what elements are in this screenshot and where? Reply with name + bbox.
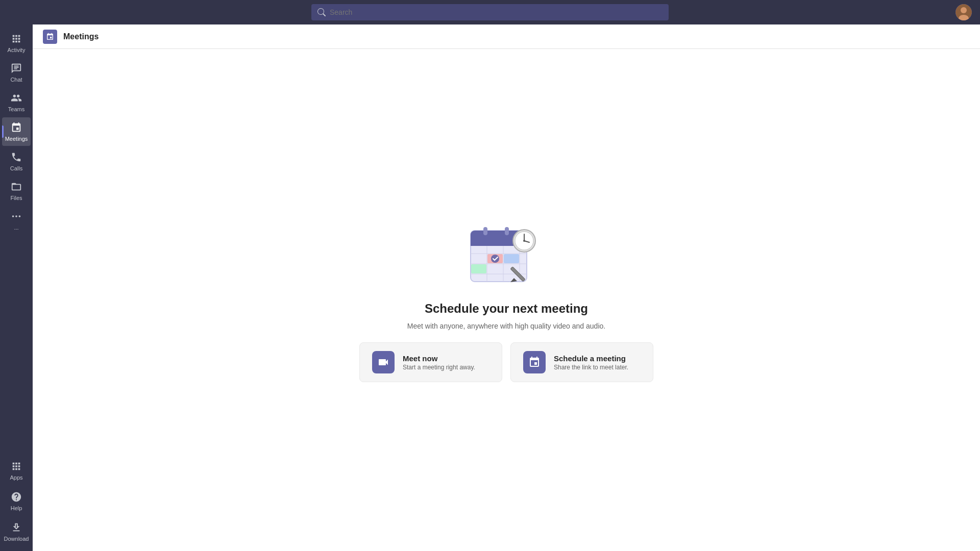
search-box[interactable] — [311, 4, 669, 20]
download-label: Download — [4, 536, 29, 542]
chat-label: Chat — [10, 77, 22, 83]
meet-now-subtitle: Start a meeting right away. — [403, 364, 475, 371]
chat-icon — [10, 62, 22, 74]
svg-point-5 — [19, 215, 21, 217]
schedule-meeting-icon — [523, 351, 546, 373]
user-avatar-container[interactable] — [955, 4, 972, 20]
schedule-meeting-text: Schedule a meeting Share the link to mee… — [554, 354, 628, 371]
sidebar-item-teams[interactable]: Teams — [2, 88, 31, 116]
meet-now-text: Meet now Start a meeting right away. — [403, 354, 475, 371]
meetings-icon — [10, 121, 22, 134]
help-icon — [10, 491, 22, 503]
main-content: Schedule your next meeting Meet with any… — [33, 49, 980, 551]
sidebar-item-chat[interactable]: Chat — [2, 58, 31, 87]
hero-title: Schedule your next meeting — [425, 302, 588, 316]
svg-point-3 — [12, 215, 14, 217]
calls-icon — [10, 151, 22, 163]
calendar-illustration — [465, 218, 547, 289]
svg-rect-19 — [471, 264, 486, 273]
content-area: Meetings — [33, 24, 980, 551]
avatar[interactable] — [955, 4, 972, 20]
svg-rect-9 — [483, 227, 487, 235]
files-label: Files — [10, 195, 22, 201]
calls-label: Calls — [10, 165, 22, 171]
hero-section: Schedule your next meeting Meet with any… — [359, 218, 653, 382]
schedule-meeting-subtitle: Share the link to meet later. — [554, 364, 628, 371]
topbar — [0, 0, 980, 24]
meet-now-title: Meet now — [403, 354, 475, 363]
main-layout: Activity Chat Teams — [0, 24, 980, 551]
sidebar-item-apps[interactable]: Apps — [2, 456, 31, 485]
sidebar-item-download[interactable]: Download — [2, 517, 31, 546]
hero-subtitle: Meet with anyone, anywhere with high qua… — [407, 322, 605, 330]
svg-point-1 — [961, 7, 967, 13]
action-cards: Meet now Start a meeting right away. Sch… — [359, 342, 653, 382]
page-header: Meetings — [33, 24, 980, 49]
more-icon — [10, 210, 22, 222]
svg-point-25 — [523, 240, 525, 242]
apps-icon — [10, 460, 22, 472]
search-input[interactable] — [330, 8, 663, 16]
meetings-label: Meetings — [5, 136, 28, 142]
svg-point-20 — [491, 255, 499, 263]
teams-label: Teams — [8, 106, 24, 112]
activity-label: Activity — [8, 47, 26, 53]
sidebar: Activity Chat Teams — [0, 24, 33, 551]
svg-rect-18 — [504, 254, 519, 263]
sidebar-item-more[interactable]: ... — [2, 206, 31, 235]
schedule-meeting-title: Schedule a meeting — [554, 354, 628, 363]
help-label: Help — [11, 505, 22, 511]
page-title: Meetings — [63, 32, 99, 41]
sidebar-item-activity[interactable]: Activity — [2, 29, 31, 57]
svg-point-4 — [15, 215, 17, 217]
sidebar-item-help[interactable]: Help — [2, 487, 31, 515]
page-header-icon — [43, 30, 57, 44]
apps-label: Apps — [10, 474, 22, 481]
sidebar-bottom: Apps Help Download — [2, 456, 31, 551]
search-icon — [317, 8, 326, 16]
activity-icon — [10, 33, 22, 45]
meet-now-card[interactable]: Meet now Start a meeting right away. — [359, 342, 502, 382]
sidebar-item-files[interactable]: Files — [2, 177, 31, 205]
sidebar-item-meetings[interactable]: Meetings — [2, 117, 31, 146]
more-label: ... — [14, 224, 18, 231]
files-icon — [10, 181, 22, 193]
svg-rect-10 — [505, 227, 509, 235]
schedule-meeting-card[interactable]: Schedule a meeting Share the link to mee… — [510, 342, 653, 382]
sidebar-item-calls[interactable]: Calls — [2, 147, 31, 176]
meet-now-icon — [372, 351, 395, 373]
download-icon — [10, 521, 22, 534]
teams-icon — [10, 92, 22, 104]
